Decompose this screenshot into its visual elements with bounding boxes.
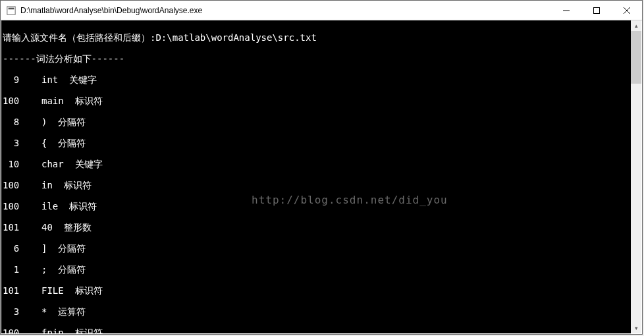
app-window: D:\matlab\wordAnalyse\bin\Debug\wordAnal… xyxy=(0,0,643,335)
console-line: 1 ; 分隔符 xyxy=(3,264,631,275)
scroll-thumb[interactable] xyxy=(631,31,641,84)
window-controls xyxy=(551,1,642,20)
console-line: 100 main 标识符 xyxy=(3,96,631,106)
window-title: D:\matlab\wordAnalyse\bin\Debug\wordAnal… xyxy=(20,6,551,15)
console-line: 100 ile 标识符 xyxy=(3,201,631,211)
scroll-down-button[interactable]: ▾ xyxy=(631,323,641,333)
scroll-up-button[interactable]: ▴ xyxy=(631,20,641,31)
close-button[interactable] xyxy=(612,1,642,20)
maximize-button[interactable] xyxy=(581,1,612,20)
console-line: 101 FILE 标识符 xyxy=(3,285,631,296)
svg-rect-1 xyxy=(9,7,14,9)
console-output[interactable]: 请输入源文件名（包括路径和后缀）:D:\matlab\wordAnalyse\s… xyxy=(1,20,631,333)
chevron-down-icon: ▾ xyxy=(635,325,638,331)
console-line: 9 int 关键字 xyxy=(3,74,631,85)
titlebar[interactable]: D:\matlab\wordAnalyse\bin\Debug\wordAnal… xyxy=(1,1,642,20)
console-line: 8 ) 分隔符 xyxy=(3,117,631,127)
vertical-scrollbar[interactable]: ▴ ▾ xyxy=(631,20,641,333)
console-line: 3 * 运算符 xyxy=(3,306,631,317)
chevron-up-icon: ▴ xyxy=(635,22,638,29)
minimize-button[interactable] xyxy=(551,1,581,20)
console-line: ------词法分析如下------ xyxy=(3,53,631,64)
console-line: 6 ] 分隔符 xyxy=(3,243,631,254)
console-line: 请输入源文件名（包括路径和后缀）:D:\matlab\wordAnalyse\s… xyxy=(3,32,631,43)
console-line: 10 char 关键字 xyxy=(3,159,631,169)
svg-rect-3 xyxy=(594,7,600,13)
console-line: 100 fpin 标识符 xyxy=(3,327,631,333)
app-icon xyxy=(6,5,16,16)
console-line: 101 40 整形数 xyxy=(3,222,631,233)
console-line: 100 in 标识符 xyxy=(3,180,631,190)
console-line: 3 { 分隔符 xyxy=(3,138,631,148)
